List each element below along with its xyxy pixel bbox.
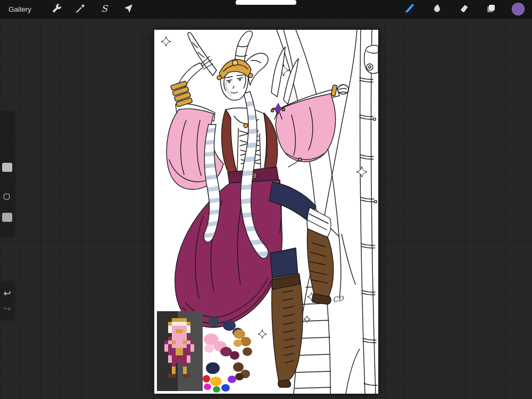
toolbar-right-group <box>403 3 532 15</box>
paint-blob <box>213 386 220 393</box>
reference-pixel-grid <box>161 318 198 378</box>
eraser-tool-button[interactable] <box>458 3 470 15</box>
left-leg <box>270 248 303 387</box>
gallery-button[interactable]: Gallery <box>9 5 31 13</box>
layers-icon <box>485 3 497 16</box>
paint-blob <box>203 375 210 383</box>
brush-size-slider[interactable] <box>2 163 12 172</box>
paint-blob <box>204 344 214 353</box>
sword-hilt <box>288 161 299 167</box>
paint-blob <box>230 351 239 360</box>
side-toolbar <box>0 111 14 237</box>
smudge-finger-icon <box>431 3 443 16</box>
opacity-slider[interactable] <box>2 213 12 222</box>
color-swatch <box>512 3 525 15</box>
paint-blob <box>228 376 236 383</box>
svg-text:S: S <box>101 3 108 13</box>
drawing-canvas[interactable]: CD <box>154 30 378 394</box>
paint-blob <box>209 317 219 327</box>
paintbrush-icon <box>404 3 415 16</box>
pendant <box>244 123 248 128</box>
document-indicator <box>236 0 296 5</box>
redo-button[interactable]: ↪ <box>3 304 11 313</box>
color-button[interactable] <box>512 3 525 15</box>
document-pill <box>236 0 296 5</box>
eraser-icon <box>458 3 470 16</box>
paint-blob <box>221 384 230 392</box>
modify-button[interactable] <box>4 194 10 200</box>
actions-button[interactable] <box>50 3 63 15</box>
undo-button[interactable]: ↩ <box>3 289 11 298</box>
artist-signature: CD <box>332 294 345 304</box>
paint-blob <box>235 373 244 380</box>
paint-blob <box>234 339 242 347</box>
right-sleeve <box>276 94 336 162</box>
adjustments-button[interactable] <box>74 3 87 15</box>
magic-wand-icon <box>74 3 86 16</box>
toolbar-left-group: Gallery S <box>0 3 135 15</box>
gold-bracers <box>171 81 193 107</box>
boot-sole <box>278 380 291 387</box>
layers-button[interactable] <box>485 3 497 15</box>
paint-blob <box>210 377 222 386</box>
left-boot <box>272 273 303 382</box>
workspace-background: ↩ ↪ <box>0 18 532 399</box>
ship-mast <box>360 30 378 394</box>
wrench-icon <box>51 3 62 16</box>
paint-blob <box>243 347 252 356</box>
transform-button[interactable] <box>122 3 135 15</box>
brush-tool-button[interactable] <box>403 3 416 15</box>
smudge-tool-button[interactable] <box>430 3 443 15</box>
top-toolbar: Gallery S <box>0 0 532 19</box>
paint-blob <box>204 384 211 390</box>
selection-button[interactable]: S <box>98 3 111 15</box>
crown-jewel <box>232 60 238 65</box>
undo-redo-bar: ↩ ↪ <box>0 282 14 320</box>
paint-blob <box>206 362 220 374</box>
paint-blob <box>240 337 251 346</box>
selection-s-icon: S <box>98 3 110 16</box>
transform-arrow-icon <box>122 3 134 16</box>
reference-image <box>157 311 203 391</box>
